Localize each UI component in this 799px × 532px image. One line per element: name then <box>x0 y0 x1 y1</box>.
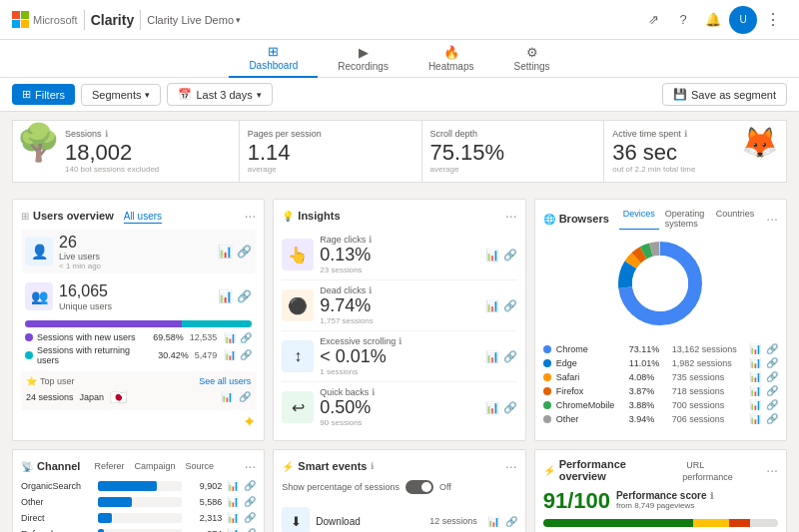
browsers-tab-countries[interactable]: Countries <box>712 208 759 230</box>
other-channel-link[interactable]: 🔗 <box>244 496 256 507</box>
browsers-title: Browsers <box>559 213 609 225</box>
unique-users-more-icon[interactable]: 🔗 <box>237 289 252 303</box>
top-nav: Microsoft Clarity Clarity Live Demo ▾ ⇗ … <box>0 0 799 40</box>
top-user-link[interactable]: 🔗 <box>239 391 251 402</box>
insights-more[interactable]: ··· <box>505 208 517 224</box>
channel-more[interactable]: ··· <box>245 458 257 474</box>
organic-link[interactable]: 🔗 <box>244 480 256 491</box>
smart-events-more[interactable]: ··· <box>505 458 517 474</box>
nav-icons: ⇗ ? 🔔 U ⋮ <box>639 6 787 34</box>
firefox-chart[interactable]: 📊 <box>749 385 761 396</box>
unique-users-value: 16,065 <box>59 281 112 300</box>
backs-link[interactable]: 🔗 <box>503 401 517 414</box>
demo-label[interactable]: Clarity Live Demo ▾ <box>147 14 241 26</box>
browser-row-safari: Safari 4.08% 735 sessions 📊 🔗 <box>543 371 778 382</box>
user-avatar[interactable]: U <box>729 6 757 34</box>
see-all-users[interactable]: See all users <box>199 376 251 386</box>
insight-excessive-scroll: ↕ Excessive scrolling ℹ < 0.01% 1 sessio… <box>282 331 516 382</box>
live-users-more-icon[interactable]: 🔗 <box>237 245 252 259</box>
app-title: Clarity <box>91 12 135 28</box>
other-link[interactable]: 🔗 <box>766 413 778 424</box>
channel-bar-referral: Referral 974 📊 🔗 <box>21 528 256 532</box>
browser-row-other: Other 3.94% 706 sessions 📊 🔗 <box>543 413 778 424</box>
edge-chart[interactable]: 📊 <box>749 357 761 368</box>
firefox-link[interactable]: 🔗 <box>766 385 778 396</box>
direct-link[interactable]: 🔗 <box>244 512 256 523</box>
tab-dashboard[interactable]: ⊞ Dashboard <box>229 40 318 78</box>
users-tab-all[interactable]: All users <box>124 211 162 224</box>
fox-decoration: 🦊 <box>741 125 778 160</box>
chrome-chart[interactable]: 📊 <box>749 343 761 354</box>
other-chart[interactable]: 📊 <box>749 413 761 424</box>
ms-label: Microsoft <box>33 14 78 26</box>
perf-score-value: 91/100 <box>543 488 610 513</box>
tree-decoration: 🌳 <box>16 122 61 164</box>
tab-settings[interactable]: ⚙ Settings <box>493 40 569 78</box>
browsers-more[interactable]: ··· <box>766 211 778 227</box>
help-button[interactable]: ? <box>669 6 697 34</box>
chromemobile-chart[interactable]: 📊 <box>749 399 761 410</box>
date-range-button[interactable]: 📅 Last 3 days ▾ <box>167 83 272 106</box>
event-download: ⬇ Download 12 sessions 📊 🔗 <box>282 502 516 532</box>
channel-tab-source[interactable]: Source <box>181 460 218 472</box>
browser-row-chrome: Chrome 73.11% 13,162 sessions 📊 🔗 <box>543 343 778 354</box>
chromemobile-link[interactable]: 🔗 <box>766 399 778 410</box>
edge-link[interactable]: 🔗 <box>766 357 778 368</box>
smart-events-title: Smart events <box>298 460 367 472</box>
new-users-chart[interactable]: 📊 <box>224 332 236 343</box>
download-link[interactable]: 🔗 <box>505 516 517 527</box>
scroll-link[interactable]: 🔗 <box>503 350 517 363</box>
users-panel-title: Users overview <box>33 210 114 222</box>
stat-pages: Pages per session 1.14 average <box>240 120 422 183</box>
new-users-link[interactable]: 🔗 <box>240 332 252 343</box>
insights-title: Insights <box>298 210 340 222</box>
returning-users-chart[interactable]: 📊 <box>224 349 236 360</box>
perf-tab-url[interactable]: URL performance <box>682 459 737 483</box>
tab-heatmaps[interactable]: 🔥 Heatmaps <box>408 40 494 78</box>
other-channel-chart[interactable]: 📊 <box>227 496 239 507</box>
star-decoration: ✦ <box>21 412 256 431</box>
insight-quick-backs: ↩ Quick backs ℹ 0.50% 90 sessions 📊 🔗 <box>282 382 516 432</box>
safari-chart[interactable]: 📊 <box>749 371 761 382</box>
segments-button[interactable]: Segments ▾ <box>81 84 162 106</box>
chrome-link[interactable]: 🔗 <box>766 343 778 354</box>
channel-panel: 📡 Channel Referer Campaign Source ··· Or… <box>12 449 265 532</box>
nav-divider-1 <box>84 10 85 30</box>
download-chart[interactable]: 📊 <box>487 516 499 527</box>
sessions-value: 18,002 <box>65 141 231 165</box>
svg-point-6 <box>632 256 688 311</box>
stats-row: 🌳 Sessions ℹ 18,002 140 bot sessions exc… <box>0 112 799 191</box>
perf-more[interactable]: ··· <box>766 462 778 478</box>
live-users-chart-icon[interactable]: 📊 <box>218 245 233 259</box>
dead-chart[interactable]: 📊 <box>485 299 499 312</box>
save-segment-button[interactable]: 💾 Save as segment <box>662 83 787 106</box>
direct-chart[interactable]: 📊 <box>227 512 239 523</box>
returning-users-link[interactable]: 🔗 <box>240 349 252 360</box>
notification-button[interactable]: 🔔 <box>699 6 727 34</box>
backs-chart[interactable]: 📊 <box>485 401 499 414</box>
scroll-chart[interactable]: 📊 <box>485 350 499 363</box>
users-more-icon[interactable]: ··· <box>245 208 257 224</box>
smart-events-toggle[interactable] <box>405 480 433 494</box>
filters-button[interactable]: ⊞ Filters <box>12 84 75 105</box>
channel-tab-referer[interactable]: Referer <box>90 460 128 472</box>
insight-dead-clicks: ⚫ Dead clicks ℹ 9.74% 1,757 sessions 📊 🔗 <box>282 280 516 331</box>
tab-recordings[interactable]: ▶ Recordings <box>318 40 408 78</box>
top-user-chart[interactable]: 📊 <box>221 391 233 402</box>
unique-users-chart-icon[interactable]: 📊 <box>218 289 233 303</box>
browser-row-firefox: Firefox 3.87% 718 sessions 📊 🔗 <box>543 385 778 396</box>
browsers-tab-devices[interactable]: Devices <box>619 208 659 230</box>
dead-link[interactable]: 🔗 <box>503 299 517 312</box>
rage-link[interactable]: 🔗 <box>503 249 517 262</box>
channel-tab-campaign[interactable]: Campaign <box>130 460 179 472</box>
more-button[interactable]: ⋮ <box>759 6 787 34</box>
share-button[interactable]: ⇗ <box>639 6 667 34</box>
referral-link[interactable]: 🔗 <box>244 528 256 532</box>
browsers-tab-os[interactable]: Operating systems <box>661 208 710 230</box>
referral-chart[interactable]: 📊 <box>227 528 239 532</box>
safari-link[interactable]: 🔗 <box>766 371 778 382</box>
performance-title: Performance overview <box>559 458 673 482</box>
top-user-section: ⭐ Top user See all users 24 sessions Jap… <box>21 371 256 410</box>
rage-chart[interactable]: 📊 <box>485 249 499 262</box>
organic-chart[interactable]: 📊 <box>227 480 239 491</box>
